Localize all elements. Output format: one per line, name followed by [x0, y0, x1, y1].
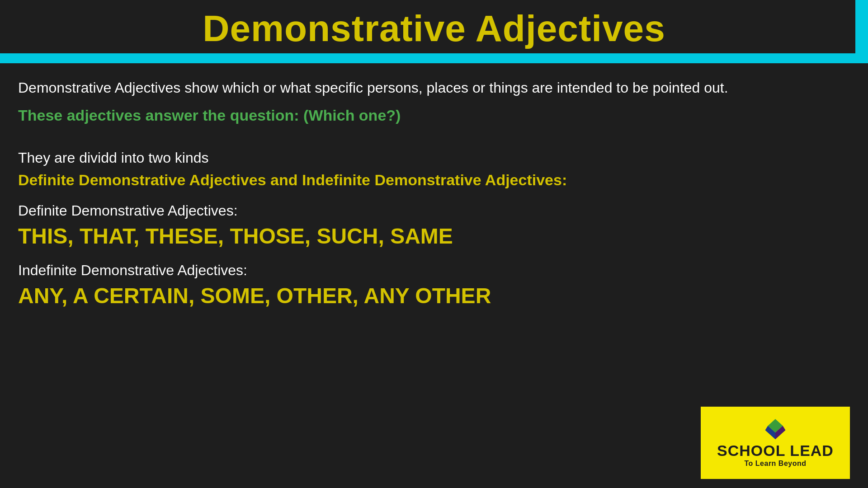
spacer-1	[18, 138, 850, 147]
kinds-intro-text: They are dividd into two kinds	[18, 147, 850, 169]
logo-main-text: SCHOOL LEAD	[717, 442, 834, 459]
definite-words: THIS, THAT, THESE, THOSE, SUCH, SAME	[18, 224, 850, 249]
logo-sub-text: To Learn Beyond	[745, 460, 807, 468]
logo-icon	[762, 418, 789, 441]
school-lead-logo: SCHOOL LEAD To Learn Beyond	[701, 407, 850, 479]
page-title: Demonstrative Adjectives	[18, 8, 850, 49]
title-section: Demonstrative Adjectives	[0, 0, 868, 49]
right-accent-bar	[855, 0, 868, 54]
indefinite-words: ANY, A CERTAIN, SOME, OTHER, ANY OTHER	[18, 283, 850, 308]
content-section: Demonstrative Adjectives show which or w…	[0, 63, 868, 308]
green-highlight-text: These adjectives answer the question: (W…	[18, 107, 850, 124]
indefinite-label: Indefinite Demonstrative Adjectives:	[18, 262, 850, 279]
definite-label: Definite Demonstrative Adjectives:	[18, 202, 850, 219]
intro-paragraph: Demonstrative Adjectives show which or w…	[18, 77, 850, 99]
cyan-divider-bar	[0, 53, 868, 63]
kinds-highlight-text: Definite Demonstrative Adjectives and In…	[18, 171, 850, 189]
